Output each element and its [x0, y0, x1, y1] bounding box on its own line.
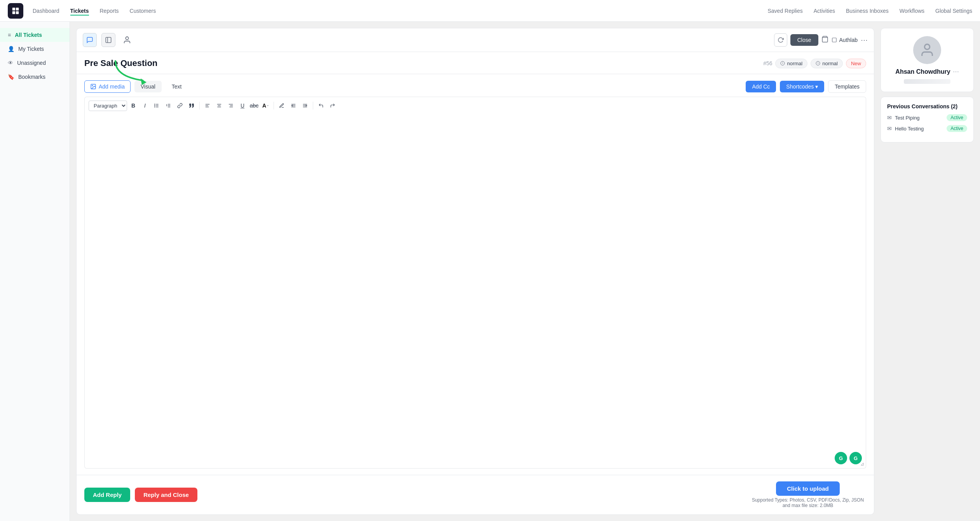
svg-point-38 — [924, 44, 929, 49]
visual-tab[interactable]: Visual — [134, 81, 162, 92]
upload-section: Click to upload Supported Types: Photos,… — [750, 481, 866, 508]
outdent-button[interactable] — [300, 100, 310, 111]
priority-badge-2: normal — [811, 59, 843, 68]
align-center-button[interactable] — [214, 100, 225, 111]
person-icon: 👤 — [8, 46, 14, 52]
contact-name: Ahsan Chowdhury — [895, 68, 950, 75]
conversation-item-2[interactable]: ✉ Hello Testing Active — [887, 125, 967, 132]
bold-button[interactable]: B — [128, 100, 139, 111]
svg-point-6 — [126, 37, 128, 40]
editor-body[interactable]: G G ⊿ — [84, 114, 866, 469]
sidebar-item-all-tickets[interactable]: ≡ All Tickets — [0, 28, 70, 42]
redo-button[interactable] — [327, 100, 338, 111]
nav-reports[interactable]: Reports — [100, 6, 119, 16]
svg-rect-3 — [16, 11, 19, 14]
detail-view-btn[interactable] — [101, 33, 115, 47]
bullet-list-button[interactable] — [151, 100, 162, 111]
shortcodes-button[interactable]: Shortcodes ▾ — [780, 81, 824, 92]
add-cc-button[interactable]: Add Cc — [746, 81, 776, 92]
ticket-title-row: Pre Sale Question #56 normal normal — [77, 52, 874, 74]
undo-button[interactable] — [316, 100, 326, 111]
more-options-icon[interactable]: ⋯ — [861, 36, 868, 44]
templates-button[interactable]: Templates — [828, 80, 866, 93]
resize-handle: ⊿ — [860, 461, 864, 467]
contact-detail-blur — [904, 79, 950, 84]
sidebar-item-my-tickets[interactable]: 👤 My Tickets — [0, 42, 70, 56]
conv-status-badge-2: Active — [947, 125, 967, 132]
upload-button[interactable]: Click to upload — [776, 481, 840, 496]
strikethrough-button[interactable]: abc — [249, 100, 260, 111]
text-color-button[interactable]: A — [260, 100, 271, 111]
header-actions: Close Authlab ⋯ — [774, 33, 868, 47]
email-icon-1: ✉ — [887, 115, 892, 121]
align-left-button[interactable] — [202, 100, 213, 111]
eye-icon: 👁 — [8, 60, 13, 66]
editor-area: Add media Visual Text Add Cc Shortcodes … — [77, 74, 874, 475]
svg-rect-8 — [832, 38, 836, 42]
nav-business-inboxes[interactable]: Business Inboxes — [846, 6, 889, 16]
conv-status-badge-1: Active — [947, 114, 967, 121]
toolbar-divider-1 — [199, 102, 200, 109]
nav-left-links: Dashboard Tickets Reports Customers — [33, 6, 767, 16]
nav-dashboard[interactable]: Dashboard — [33, 6, 59, 16]
conv-name-1: Test Piping — [895, 115, 943, 121]
nav-workflows[interactable]: Workflows — [900, 6, 924, 16]
conversation-view-btn[interactable] — [83, 33, 97, 47]
svg-rect-0 — [12, 7, 15, 10]
reply-close-button[interactable]: Reply and Close — [135, 488, 197, 502]
add-reply-button[interactable]: Add Reply — [84, 488, 130, 502]
sidebar: ≡ All Tickets 👤 My Tickets 👁 Unassigned … — [0, 22, 70, 521]
nav-customers[interactable]: Customers — [130, 6, 156, 16]
contact-name-row: Ahsan Chowdhury ⋯ — [887, 68, 967, 75]
indent-button[interactable] — [288, 100, 299, 111]
priority-badge-1: normal — [775, 59, 807, 68]
list-icon: ≡ — [8, 32, 11, 38]
toolbar-divider-3 — [313, 102, 313, 109]
contact-card: Ahsan Chowdhury ⋯ — [881, 28, 974, 92]
conversation-item-1[interactable]: ✉ Test Piping Active — [887, 114, 967, 121]
sidebar-item-bookmarks[interactable]: 🔖 Bookmarks — [0, 70, 70, 84]
refresh-button[interactable] — [774, 33, 787, 47]
bag-icon[interactable] — [821, 36, 828, 45]
add-media-button[interactable]: Add media — [84, 80, 131, 93]
bookmark-icon: 🔖 — [8, 74, 14, 80]
shortcodes-label: Shortcodes — [786, 83, 814, 90]
clear-format-button[interactable] — [276, 100, 287, 111]
app-layout: ≡ All Tickets 👤 My Tickets 👁 Unassigned … — [0, 22, 980, 521]
grammarly-icon[interactable]: G — [835, 452, 847, 464]
svg-point-12 — [92, 85, 93, 86]
sidebar-label-bookmarks: Bookmarks — [18, 74, 45, 80]
link-button[interactable] — [174, 100, 185, 111]
svg-point-19 — [155, 107, 155, 107]
action-bar: Add Reply Reply and Close Click to uploa… — [77, 475, 874, 514]
text-tab[interactable]: Text — [166, 81, 188, 92]
avatar — [913, 36, 941, 64]
close-button[interactable]: Close — [790, 34, 818, 46]
conv-name-2: Hello Testing — [895, 126, 943, 132]
app-logo[interactable] — [8, 3, 23, 19]
underline-button[interactable]: U — [237, 100, 248, 111]
ticket-title: Pre Sale Question — [84, 58, 157, 68]
align-right-button[interactable] — [225, 100, 236, 111]
nav-global-settings[interactable]: Global Settings — [935, 6, 972, 16]
contact-btn[interactable] — [120, 33, 134, 47]
email-icon-2: ✉ — [887, 125, 892, 132]
rte-toolbar: Paragraph B I — [84, 97, 866, 114]
sidebar-label-my-tickets: My Tickets — [18, 46, 44, 52]
ticket-panel-header: Close Authlab ⋯ — [77, 28, 874, 52]
top-nav: Dashboard Tickets Reports Customers Save… — [0, 0, 980, 22]
nav-activities[interactable]: Activities — [814, 6, 835, 16]
nav-saved-replies[interactable]: Saved Replies — [767, 6, 802, 16]
status-badge: New — [846, 59, 866, 68]
contact-more-icon[interactable]: ⋯ — [953, 68, 959, 75]
paragraph-select[interactable]: Paragraph — [89, 101, 127, 111]
nav-right-links: Saved Replies Activities Business Inboxe… — [767, 6, 972, 16]
blockquote-button[interactable] — [186, 100, 197, 111]
svg-rect-1 — [16, 7, 19, 10]
italic-button[interactable]: I — [140, 100, 150, 111]
editor-bottom-icons: G G — [835, 452, 862, 464]
sidebar-item-unassigned[interactable]: 👁 Unassigned — [0, 56, 70, 70]
nav-tickets[interactable]: Tickets — [70, 6, 89, 16]
ordered-list-button[interactable] — [163, 100, 174, 111]
svg-point-18 — [155, 105, 155, 106]
